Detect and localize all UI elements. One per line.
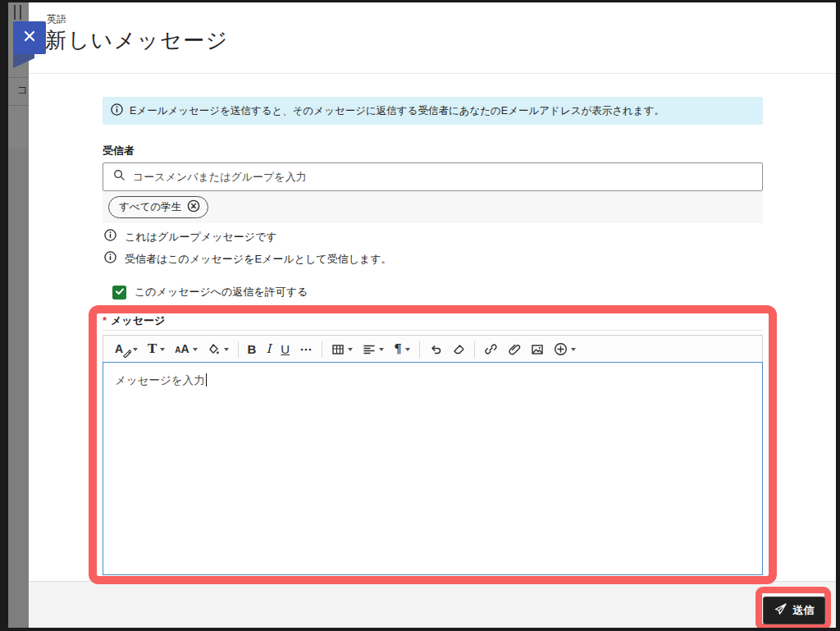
message-editor-text: メッセージを入力 [115,374,205,386]
message-editor[interactable]: メッセージを入力 [103,362,763,575]
dimmed-section [8,149,29,628]
font-size-button[interactable]: AA [170,338,202,361]
dimmed-background-page: コ [8,2,29,628]
more-formatting-icon: ⋯ [299,343,313,355]
recipient-chip-label: すべての学生 [119,200,181,214]
undo-button[interactable] [424,338,447,361]
insert-plus-button[interactable] [549,338,581,361]
note-text: 受信者はこのメッセージをEメールとして受信します。 [125,252,392,267]
image-button[interactable] [526,338,549,361]
recipient-search-input[interactable] [133,171,752,183]
footer-bar [29,581,836,628]
info-circle-icon [104,229,116,245]
banner-text: Eメールメッセージを送信すると、そのメッセージに返信する受信者にあなたのEメール… [130,104,664,118]
text-color-icon [208,343,221,356]
required-asterisk: * [103,314,107,327]
insert-plus-icon [554,342,568,356]
table-icon [331,343,345,356]
recipients-label: 受信者 [103,144,135,158]
info-circle-icon [111,103,123,119]
divider [8,77,29,78]
chevron-down-icon [348,348,353,351]
search-icon [113,169,126,185]
link-button[interactable] [479,338,503,361]
attachment-icon [508,343,521,356]
font-size-icon: AA [175,343,189,355]
close-panel-button[interactable] [13,21,46,54]
link-icon [484,342,498,356]
close-icon [23,30,36,46]
text-style-pen-button[interactable]: A [110,338,143,361]
text-style-pen-icon: A [115,342,130,357]
chevron-down-icon [193,348,198,351]
screenshot-frame [0,0,840,2]
allow-replies-label: このメッセージへの返信を許可する [135,285,308,299]
allow-replies-checkbox[interactable] [112,286,126,299]
message-label-row: * メッセージ [103,313,165,328]
align-icon [363,343,376,356]
chevron-down-icon [133,348,138,351]
note-text: これはグループメッセージです [125,230,277,245]
image-icon [531,343,544,356]
screenshot-frame [0,628,840,631]
screenshot-frame [836,0,840,631]
group-message-note: これはグループメッセージです [104,229,277,245]
divider [8,105,29,106]
paragraph-icon: ¶ [394,343,402,355]
heading-style-button[interactable]: T [143,338,170,361]
attachment-button[interactable] [503,338,526,361]
course-name-label: 英語 [47,12,66,26]
message-label: メッセージ [111,313,165,328]
chevron-down-icon [224,348,229,351]
screenshot-frame [0,0,8,631]
paper-plane-icon [774,602,788,619]
toolbar-separator [322,341,322,358]
bold-button[interactable]: B [243,338,262,361]
message-divider [103,330,763,331]
table-button[interactable] [326,338,358,361]
clipped-text-fragment: コ [17,83,28,98]
email-delivery-note: 受信者はこのメッセージをEメールとして受信します。 [104,251,392,267]
remove-circle-icon[interactable] [187,199,200,216]
page-title: 新しいメッセージ [45,26,229,55]
screenshot-root: コ 英語 新しいメッセージ Eメールメッセージを送信すると、そのメッセージに返信… [0,0,840,631]
heading-style-icon: T [148,343,157,355]
chevron-down-icon [379,348,384,351]
eraser-button[interactable] [447,338,470,361]
allow-replies-row: このメッセージへの返信を許可する [112,285,308,299]
send-button-label: 送信 [793,603,815,618]
email-info-banner: Eメールメッセージを送信すると、そのメッセージに返信する受信者にあなたのEメール… [103,97,763,125]
recipient-chip[interactable]: すべての学生 [108,196,208,218]
chevron-down-icon [160,348,165,351]
text-cursor [206,373,208,386]
clipped-text-fragment [12,5,24,20]
toolbar-separator [238,341,239,358]
toolbar-separator [419,341,420,358]
recipient-chips-row: すべての学生 [103,191,763,223]
text-color-button[interactable] [203,338,234,361]
italic-icon: I [266,343,271,355]
italic-button[interactable]: I [261,338,276,361]
undo-icon [429,343,442,356]
bold-icon: B [248,343,257,355]
checkmark-icon [115,285,125,299]
editor-toolbar: A T AA B I U ⋯ [103,335,763,363]
eraser-icon [452,343,465,356]
paragraph-button[interactable]: ¶ [389,338,415,361]
send-button[interactable]: 送信 [763,597,825,624]
underline-icon: U [281,343,290,355]
chevron-down-icon [405,348,410,351]
chevron-down-icon [571,348,576,351]
more-formatting-button[interactable]: ⋯ [294,338,317,361]
align-button[interactable] [358,338,389,361]
header-divider [29,73,836,74]
info-circle-icon [104,251,116,267]
toolbar-separator [474,341,475,358]
recipient-search-box[interactable] [103,162,763,191]
underline-button[interactable]: U [276,338,294,361]
